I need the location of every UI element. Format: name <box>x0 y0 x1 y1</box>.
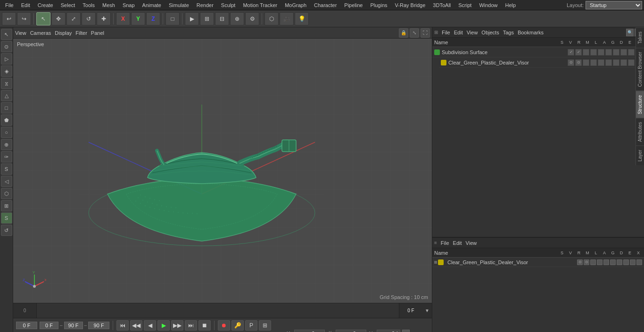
visor-check-2[interactable]: ⊙ <box>575 59 582 66</box>
key-mode-button[interactable]: P <box>245 320 257 331</box>
left-tool-15[interactable]: ⊞ <box>1 200 12 211</box>
timeline[interactable]: 0 0 5 10 15 20 25 30 35 40 45 50 55 <box>13 303 432 318</box>
goto-end-button[interactable]: ⏭ <box>185 320 197 331</box>
vp-menu-panel[interactable]: Panel <box>91 30 104 36</box>
visor-check-4[interactable] <box>590 59 597 66</box>
attr-icon-7[interactable] <box>617 259 622 265</box>
frame-start-input[interactable] <box>16 322 37 329</box>
tab-structure[interactable]: Structure <box>636 91 644 118</box>
menu-simulate[interactable]: Simulate <box>165 1 192 9</box>
redo-button[interactable]: ↪ <box>17 12 31 25</box>
left-tool-6[interactable]: △ <box>1 90 12 101</box>
next-frame-button[interactable]: ▶▶ <box>171 320 183 331</box>
obj-check-7[interactable] <box>628 49 635 56</box>
x-size-input[interactable] <box>336 330 366 332</box>
obj-check-3[interactable] <box>598 49 604 56</box>
rotate-tool-button[interactable]: ↺ <box>82 12 96 25</box>
attr-icon-8[interactable] <box>623 259 629 265</box>
left-tool-12[interactable]: S <box>1 163 12 175</box>
visor-check-9[interactable] <box>628 59 635 66</box>
cube-button[interactable]: ⬡ <box>264 12 279 25</box>
tab-attributes[interactable]: Attributes <box>636 118 644 146</box>
menu-mesh[interactable]: Mesh <box>99 1 118 9</box>
obj-row-subdivision[interactable]: Subdivision Surface ✓ ✓ <box>432 47 644 57</box>
visor-check-6[interactable] <box>605 59 612 66</box>
stop-button[interactable]: ⏹ <box>198 320 211 331</box>
obj-v-1[interactable]: ✓ <box>575 49 582 56</box>
transform-tool-button[interactable]: ✚ <box>97 12 111 25</box>
menu-window[interactable]: Window <box>476 1 501 9</box>
tab-takes[interactable]: Takes <box>636 27 644 48</box>
attr-icon-2[interactable]: ⊙ <box>584 259 589 265</box>
menu-create[interactable]: Create <box>34 1 57 9</box>
attr-menu-view[interactable]: View <box>466 240 477 246</box>
frame-end-input[interactable] <box>88 322 109 329</box>
menu-3dtoall[interactable]: 3DToAll <box>429 1 454 9</box>
render-settings-button[interactable]: ⚙ <box>245 12 259 25</box>
menu-plugins[interactable]: Plugins <box>367 1 390 9</box>
preview-end-input[interactable] <box>64 322 83 329</box>
left-tool-7[interactable]: □ <box>1 102 12 113</box>
vp-btn-fullscreen[interactable]: ⛶ <box>421 28 430 38</box>
timeline-end-btn[interactable]: ▼ <box>425 308 429 313</box>
left-tool-3[interactable]: ▷ <box>1 53 12 65</box>
y-axis-button[interactable]: Y <box>131 12 145 25</box>
record-key-button[interactable]: ⏺ <box>218 320 230 331</box>
obj-check-2[interactable] <box>590 49 597 56</box>
attr-icon-1[interactable]: ⊙ <box>577 259 583 265</box>
menu-script[interactable]: Script <box>455 1 475 9</box>
tab-layer[interactable]: Layer <box>636 146 644 165</box>
vp-menu-view[interactable]: View <box>15 30 26 36</box>
visor-check-3[interactable] <box>583 59 589 66</box>
attr-icon-5[interactable] <box>603 259 609 265</box>
obj-menu-view[interactable]: View <box>467 30 478 35</box>
obj-manager-search[interactable]: 🔍 <box>626 29 634 36</box>
menu-pipeline[interactable]: Pipeline <box>341 1 366 9</box>
z-axis-button[interactable]: Z <box>146 12 160 25</box>
obj-menu-file[interactable]: File <box>442 30 450 35</box>
vp-btn-lock[interactable]: 🔒 <box>399 28 408 38</box>
menu-snap[interactable]: Snap <box>119 1 138 9</box>
menu-animate[interactable]: Animate <box>139 1 165 9</box>
attr-icon-10[interactable] <box>636 259 642 265</box>
obj-menu-objects[interactable]: Objects <box>481 30 499 35</box>
visor-check-1[interactable]: ⊙ <box>568 59 574 66</box>
camera-button[interactable]: 🎥 <box>280 12 294 25</box>
left-tool-11[interactable]: ✑ <box>1 151 12 162</box>
obj-menu-bookmarks[interactable]: Bookmarks <box>518 30 544 35</box>
attr-icon-4[interactable] <box>597 259 603 265</box>
left-tool-14[interactable]: ⬡ <box>1 188 12 199</box>
visor-check-7[interactable] <box>613 59 619 66</box>
left-tool-4[interactable]: ◈ <box>1 65 12 77</box>
attr-menu-file[interactable]: File <box>441 240 449 246</box>
left-tool-16[interactable]: S <box>1 212 12 224</box>
object-mode-button[interactable]: □ <box>165 12 180 25</box>
left-tool-select[interactable]: ↖ <box>1 29 12 40</box>
left-tool-5[interactable]: ⧖ <box>1 78 12 89</box>
goto-start-button[interactable]: ⏮ <box>116 320 129 331</box>
attr-icon-9[interactable] <box>630 259 636 265</box>
undo-button[interactable]: ↩ <box>2 12 16 25</box>
select-tool-button[interactable]: ↖ <box>36 12 50 25</box>
vp-menu-cameras[interactable]: Cameras <box>30 30 51 36</box>
attr-icon-6[interactable] <box>610 259 616 265</box>
light-button[interactable]: 💡 <box>295 12 309 25</box>
menu-mograph[interactable]: MoGraph <box>281 1 310 9</box>
left-tool-10[interactable]: ⊕ <box>1 139 12 150</box>
preview-start-input[interactable] <box>40 322 58 329</box>
menu-file[interactable]: File <box>2 1 17 9</box>
x-position-input[interactable] <box>294 330 325 332</box>
obj-check-4[interactable] <box>605 49 612 56</box>
vp-menu-filter[interactable]: Filter <box>75 30 87 36</box>
layout-dropdown[interactable]: Startup <box>586 1 642 9</box>
step-back-button[interactable]: ◀◀ <box>130 320 142 331</box>
prev-frame-button[interactable]: ◀ <box>144 320 156 331</box>
obj-check-5[interactable] <box>613 49 619 56</box>
add-render-tag-button[interactable]: ⊕ <box>230 12 244 25</box>
obj-check-1[interactable] <box>583 49 589 56</box>
left-tool-2[interactable]: ⊙ <box>1 41 12 52</box>
left-tool-13[interactable]: ◁ <box>1 176 12 187</box>
menu-vray[interactable]: V-Ray Bridge <box>392 1 429 9</box>
move-tool-button[interactable]: ✥ <box>51 12 66 25</box>
obj-menu-tags[interactable]: Tags <box>503 30 514 35</box>
